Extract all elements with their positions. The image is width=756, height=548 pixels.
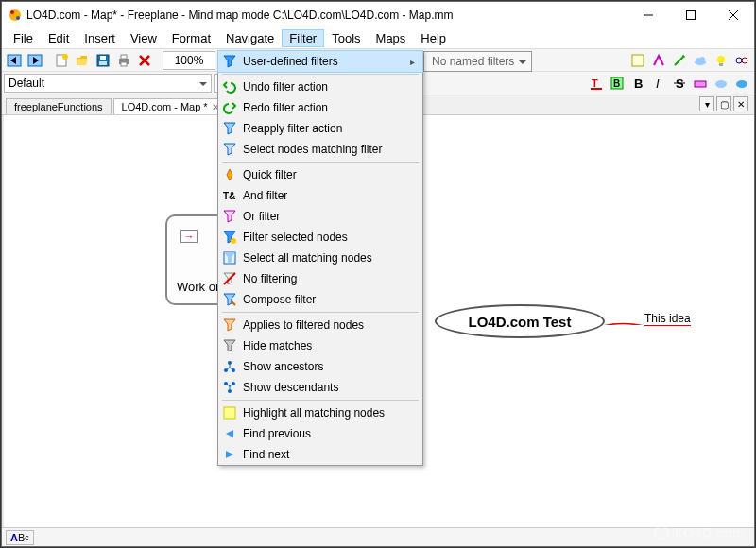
toolbar-icon-c[interactable] xyxy=(669,50,690,71)
menu-format[interactable]: Format xyxy=(164,29,218,47)
menu-tools[interactable]: Tools xyxy=(324,29,368,47)
quick-filter-icon xyxy=(222,167,237,182)
funnel-select-icon xyxy=(222,142,237,157)
tab-control-restore[interactable]: ▢ xyxy=(716,96,731,111)
toolbar-icon-a[interactable] xyxy=(627,50,648,71)
toolbar-icon-b[interactable] xyxy=(648,50,669,71)
italic-icon[interactable]: I xyxy=(648,73,669,94)
menu-item[interactable]: Compose filter xyxy=(218,289,422,310)
watermark: LO4D.com xyxy=(654,525,745,540)
menu-item[interactable]: Select nodes matching filter xyxy=(218,139,422,160)
cloud-toggle-icon[interactable] xyxy=(711,73,731,94)
menu-item[interactable]: Select all matching nodes xyxy=(218,248,422,268)
menu-maps[interactable]: Maps xyxy=(369,29,414,47)
expand-icon[interactable]: → xyxy=(180,230,198,243)
app-window: LO4D.com - Map* - Freeplane - Mind map m… xyxy=(1,1,755,547)
svg-rect-28 xyxy=(591,88,602,90)
tab-label: freeplaneFunctions xyxy=(14,101,103,112)
next-map-button[interactable] xyxy=(25,50,45,71)
cloud-color-icon[interactable] xyxy=(731,73,752,94)
menu-item[interactable]: No filtering xyxy=(218,268,422,289)
prev-map-button[interactable] xyxy=(4,50,25,71)
tab[interactable]: freeplaneFunctions xyxy=(6,98,112,114)
menu-separator xyxy=(222,162,419,163)
svg-point-37 xyxy=(736,80,747,88)
idea-icon[interactable] xyxy=(711,50,731,71)
menu-help[interactable]: Help xyxy=(413,29,454,47)
menu-item[interactable]: Filter selected nodes xyxy=(218,227,422,248)
menu-item[interactable]: Or filter xyxy=(218,206,422,227)
menu-item[interactable]: Reapply filter action xyxy=(218,118,422,139)
show-ancestors-icon xyxy=(222,359,237,374)
tab[interactable]: LO4D.com - Map *✕ xyxy=(113,98,228,114)
menu-view[interactable]: View xyxy=(123,29,164,47)
svg-point-39 xyxy=(231,238,236,244)
new-button[interactable] xyxy=(51,50,72,71)
menu-item[interactable]: Highlight all matching nodes xyxy=(218,402,422,423)
menu-item[interactable]: Find previous xyxy=(218,423,422,444)
menu-item[interactable]: Show descendants xyxy=(218,377,422,398)
menu-item[interactable]: Find next xyxy=(218,444,422,465)
menu-item[interactable]: Redo filter action xyxy=(218,97,422,118)
open-button[interactable] xyxy=(72,50,93,71)
menu-item-label: Find previous xyxy=(243,427,311,440)
menu-item[interactable]: T&And filter xyxy=(218,185,422,206)
idea-node[interactable]: This idea xyxy=(644,312,691,326)
print-button[interactable] xyxy=(113,50,134,71)
menu-separator xyxy=(222,312,419,313)
and-filter-icon: T& xyxy=(222,188,237,203)
menu-item[interactable]: Quick filter xyxy=(218,164,422,185)
menu-item[interactable]: User-defined filters xyxy=(218,51,422,72)
find-prev-icon xyxy=(222,426,237,441)
idea-node-text: This idea xyxy=(644,312,691,325)
tab-label: LO4D.com - Map * xyxy=(122,101,208,112)
menu-item-label: No filtering xyxy=(243,272,297,285)
menu-file[interactable]: File xyxy=(6,29,41,47)
delete-button[interactable] xyxy=(134,50,155,71)
svg-point-36 xyxy=(715,80,727,88)
menu-edit[interactable]: Edit xyxy=(41,29,77,47)
svg-text:I: I xyxy=(656,77,660,91)
svg-point-1 xyxy=(10,10,14,14)
style-combo[interactable]: Default xyxy=(4,74,212,93)
save-button[interactable] xyxy=(93,50,113,71)
tab-control-dropdown[interactable]: ▾ xyxy=(699,96,714,111)
canvas-left-handle[interactable] xyxy=(2,115,4,527)
menu-item[interactable]: Applies to filtered nodes xyxy=(218,315,422,335)
undo-icon xyxy=(222,79,237,94)
menu-item-label: Applies to filtered nodes xyxy=(243,318,364,332)
menu-item[interactable]: Hide matches xyxy=(218,335,422,356)
menu-item-label: And filter xyxy=(243,189,287,202)
status-left[interactable]: ABc xyxy=(6,530,34,545)
minimize-button[interactable] xyxy=(627,2,669,28)
svg-rect-48 xyxy=(224,407,235,419)
menu-filter[interactable]: Filter xyxy=(282,29,324,47)
text-color-icon[interactable]: T xyxy=(586,73,607,94)
menu-navigate[interactable]: Navigate xyxy=(218,29,282,47)
svg-point-23 xyxy=(717,56,725,63)
bold-icon[interactable]: B xyxy=(627,73,648,94)
svg-rect-15 xyxy=(121,55,127,59)
oval-node[interactable]: LO4D.com Test xyxy=(435,304,605,338)
app-icon xyxy=(8,8,23,23)
tab-control-close[interactable]: ✕ xyxy=(733,96,748,111)
watermark-text: LO4D.com xyxy=(675,525,745,540)
zoom-combo[interactable]: 100% xyxy=(163,51,215,70)
bg-color-icon[interactable]: B xyxy=(607,73,627,94)
svg-point-10 xyxy=(62,54,68,60)
strike-icon[interactable]: S xyxy=(669,73,690,94)
or-filter-icon xyxy=(222,209,237,224)
menu-insert[interactable]: Insert xyxy=(77,29,123,47)
filter-selected-icon xyxy=(222,230,237,245)
menu-item[interactable]: Undo filter action xyxy=(218,77,422,97)
menu-item[interactable]: Show ancestors xyxy=(218,356,422,377)
link-icon[interactable] xyxy=(731,50,752,71)
named-filter-combo[interactable]: No named filters xyxy=(423,51,532,72)
menu-bar: FileEditInsertViewFormatNavigateFilterTo… xyxy=(2,28,754,49)
filter-menu: User-defined filtersUndo filter actionRe… xyxy=(217,50,423,466)
cloud-icon[interactable] xyxy=(690,50,711,71)
close-button[interactable] xyxy=(712,2,754,28)
maximize-button[interactable] xyxy=(669,2,712,28)
svg-rect-16 xyxy=(121,62,127,66)
edge-color-icon[interactable] xyxy=(690,73,711,94)
